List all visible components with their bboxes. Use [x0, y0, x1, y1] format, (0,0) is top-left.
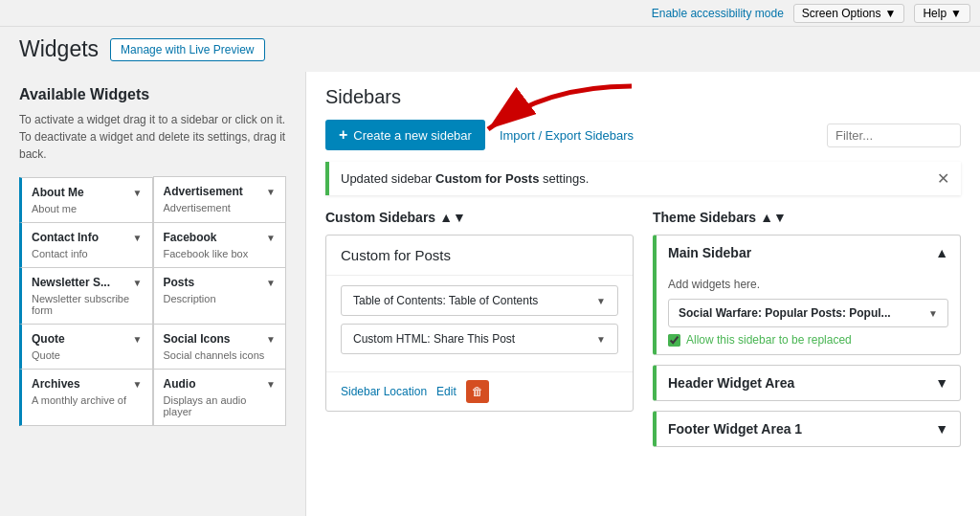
notification-bar: Updated sidebar Custom for Posts setting…: [325, 162, 961, 195]
theme-sidebar-footer-widget: Footer Widget Area 1 ▼: [653, 411, 961, 447]
widget-contact-info[interactable]: Contact Info ▼ Contact info: [19, 222, 153, 268]
widget-grid: About Me ▼ About me Advertisement ▼ Adve…: [19, 177, 286, 426]
widget-toggle-icon: ▼: [266, 379, 276, 390]
custom-sidebars-column: Custom Sidebars ▲▼ Custom for Posts Tabl…: [325, 210, 634, 457]
custom-sidebar-footer: Sidebar Location Edit 🗑: [326, 371, 633, 411]
right-panel: Sidebars + Create a new sidebar Import /…: [306, 72, 980, 516]
widget-archives[interactable]: Archives ▼ A monthly archive of: [19, 369, 153, 426]
theme-sidebars-title: Theme Sidebars ▲▼: [653, 210, 961, 225]
widget-facebook[interactable]: Facebook ▼ Facebook like box: [153, 222, 287, 268]
widget-toggle-icon: ▼: [133, 233, 143, 243]
widget-toggle-icon: ▼: [266, 233, 276, 243]
theme-sidebar-main-body: Add widgets here. Social Warfare: Popula…: [657, 270, 960, 354]
chevron-down-icon: ▼: [596, 296, 606, 306]
widget-quote[interactable]: Quote ▼ Quote: [19, 324, 153, 370]
accessibility-mode-link[interactable]: Enable accessibility mode: [652, 7, 784, 20]
custom-sidebars-title: Custom Sidebars ▲▼: [325, 210, 634, 225]
widget-advertisement[interactable]: Advertisement ▼ Advertisement: [153, 176, 287, 223]
notification-text: Updated sidebar Custom for Posts setting…: [341, 171, 589, 186]
sidebars-actions: + Create a new sidebar Import / Export S…: [325, 120, 961, 150]
custom-sidebar-header: Custom for Posts: [326, 236, 633, 276]
left-panel: Available Widgets To activate a widget d…: [0, 72, 306, 516]
live-preview-button[interactable]: Manage with Live Preview: [110, 38, 264, 61]
chevron-down-icon: ▼: [928, 308, 938, 319]
screen-options-chevron-icon: ▼: [885, 7, 897, 20]
edit-link[interactable]: Edit: [436, 385, 457, 398]
theme-sidebar-main: Main Sidebar ▲ Add widgets here. Social …: [653, 235, 961, 355]
available-widgets-desc: To activate a widget drag it to a sideba…: [19, 111, 286, 163]
import-export-link[interactable]: Import / Export Sidebars: [500, 128, 634, 143]
expand-icon[interactable]: ▼: [935, 421, 948, 437]
expand-icon[interactable]: ▼: [935, 375, 948, 391]
sort-icon: ▲▼: [439, 210, 466, 225]
widget-audio[interactable]: Audio ▼ Displays an audio player: [153, 369, 287, 426]
help-chevron-icon: ▼: [950, 7, 962, 20]
notification-close-icon[interactable]: ✕: [937, 169, 949, 188]
trash-icon: 🗑: [472, 385, 483, 398]
page-title: Widgets: [19, 36, 99, 62]
screen-options-button[interactable]: Screen Options ▼: [793, 4, 905, 23]
custom-sidebar-box: Custom for Posts Table of Contents: Tabl…: [325, 235, 634, 412]
widget-social-icons[interactable]: Social Icons ▼ Social channels icons: [153, 324, 287, 370]
sidebars-title: Sidebars: [325, 86, 961, 108]
widget-toggle-icon: ▼: [133, 379, 143, 390]
collapse-icon[interactable]: ▲: [935, 245, 948, 260]
widget-posts[interactable]: Posts ▼ Description: [153, 267, 287, 325]
theme-sidebar-main-header: Main Sidebar ▲: [657, 236, 960, 270]
main-layout: Available Widgets To activate a widget d…: [0, 72, 980, 516]
theme-sidebar-footer-widget-header: Footer Widget Area 1 ▼: [657, 412, 960, 446]
widget-about-me[interactable]: About Me ▼ About me: [19, 177, 153, 223]
sidebars-grid: Custom Sidebars ▲▼ Custom for Posts Tabl…: [325, 210, 961, 457]
theme-sidebars-column: Theme Sidebars ▲▼ Main Sidebar ▲ Add wid…: [653, 210, 961, 457]
widget-toggle-icon: ▼: [266, 187, 276, 197]
widget-toggle-icon: ▼: [133, 188, 143, 198]
sort-icon: ▲▼: [760, 210, 787, 225]
widget-toggle-icon: ▼: [133, 278, 143, 288]
sidebar-location-link[interactable]: Sidebar Location: [341, 385, 427, 398]
create-sidebar-button[interactable]: + Create a new sidebar: [325, 120, 485, 150]
page-header: Widgets Manage with Live Preview: [0, 27, 980, 72]
allow-replace-checkbox[interactable]: Allow this sidebar to be replaced: [668, 333, 948, 347]
available-widgets-title: Available Widgets: [19, 86, 286, 103]
help-button[interactable]: Help ▼: [914, 4, 970, 23]
chevron-down-icon: ▼: [596, 334, 606, 345]
social-warfare-widget[interactable]: Social Warfare: Popular Posts: Popul... …: [668, 299, 948, 327]
widget-toggle-icon: ▼: [266, 278, 276, 288]
filter-input[interactable]: [827, 123, 961, 147]
widget-entry-table-of-contents[interactable]: Table of Contents: Table of Contents ▼: [341, 285, 618, 316]
custom-sidebar-body: Table of Contents: Table of Contents ▼ C…: [326, 276, 633, 371]
plus-icon: +: [339, 126, 347, 144]
delete-sidebar-button[interactable]: 🗑: [466, 380, 489, 403]
widget-entry-custom-html[interactable]: Custom HTML: Share This Post ▼: [341, 324, 618, 354]
widget-newsletter[interactable]: Newsletter S... ▼ Newsletter subscribe f…: [19, 267, 153, 325]
widget-toggle-icon: ▼: [266, 334, 276, 345]
theme-sidebar-header-widget: Header Widget Area ▼: [653, 365, 961, 401]
top-bar: Enable accessibility mode Screen Options…: [0, 0, 980, 27]
theme-sidebar-header-widget-header: Header Widget Area ▼: [657, 366, 960, 400]
widget-toggle-icon: ▼: [133, 334, 143, 345]
